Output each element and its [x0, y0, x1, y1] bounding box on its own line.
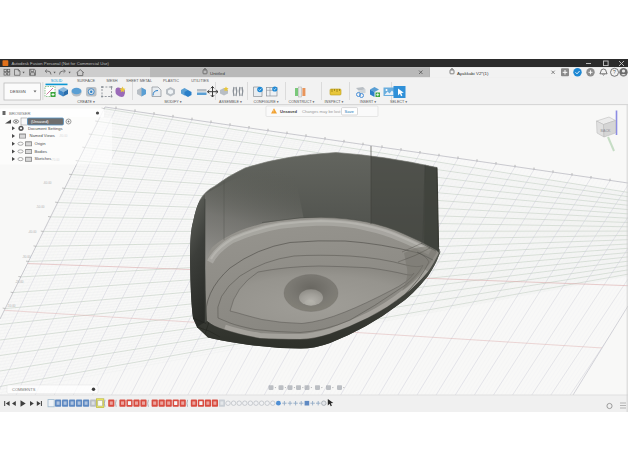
svg-text:-40.00: -40.00 [28, 230, 37, 234]
svg-text:Changes may be lost: Changes may be lost [302, 109, 341, 114]
svg-text:?: ? [613, 69, 616, 75]
svg-text:Ayakkabi V2*(1): Ayakkabi V2*(1) [457, 71, 489, 76]
svg-text:BACK: BACK [601, 129, 611, 133]
svg-text:SOLID: SOLID [51, 79, 63, 83]
svg-text:-50.00: -50.00 [36, 205, 45, 209]
svg-text:Autodesk Fusion Personal (Not: Autodesk Fusion Personal (Not for Commer… [12, 61, 110, 66]
svg-text:Bodies: Bodies [35, 149, 48, 154]
svg-text:SELECT ▾: SELECT ▾ [390, 100, 407, 104]
svg-text:CONFIGURE ▾: CONFIGURE ▾ [253, 100, 278, 104]
svg-text:UTILITIES: UTILITIES [191, 79, 209, 83]
svg-text:SURFACE: SURFACE [77, 79, 95, 83]
svg-text:Sketches: Sketches [35, 156, 52, 161]
svg-text:-20.00: -20.00 [15, 280, 24, 284]
svg-text:-60.00: -60.00 [43, 181, 52, 185]
svg-text:INSERT ▾: INSERT ▾ [360, 100, 376, 104]
svg-text:BROWSER: BROWSER [9, 111, 31, 116]
svg-text:ASSEMBLE ▾: ASSEMBLE ▾ [219, 100, 242, 104]
svg-text:Save: Save [345, 109, 355, 114]
svg-text:DESIGN: DESIGN [10, 89, 26, 94]
svg-text:-30.00: -30.00 [22, 255, 31, 259]
svg-text:Origin: Origin [35, 141, 47, 146]
svg-text:!: ! [273, 110, 274, 114]
svg-text:MODIFY ▾: MODIFY ▾ [164, 100, 181, 104]
svg-text:PLASTIC: PLASTIC [163, 79, 179, 83]
svg-text:CREATE ▾: CREATE ▾ [77, 100, 95, 104]
svg-text:Document Settings: Document Settings [28, 126, 63, 131]
svg-text:Named Views: Named Views [30, 133, 55, 138]
svg-text:-10.00: -10.00 [7, 304, 16, 308]
svg-text:INSPECT ▾: INSPECT ▾ [325, 100, 344, 104]
svg-text:Unsaved: Unsaved [280, 109, 298, 114]
svg-text:Untitled: Untitled [210, 71, 225, 76]
svg-text:COMMENTS: COMMENTS [12, 387, 36, 392]
svg-text:CONSTRUCT ▾: CONSTRUCT ▾ [289, 100, 315, 104]
svg-text:MESH: MESH [107, 79, 118, 83]
svg-text:SHEET METAL: SHEET METAL [126, 79, 152, 83]
svg-text:(Unsaved): (Unsaved) [31, 120, 49, 124]
